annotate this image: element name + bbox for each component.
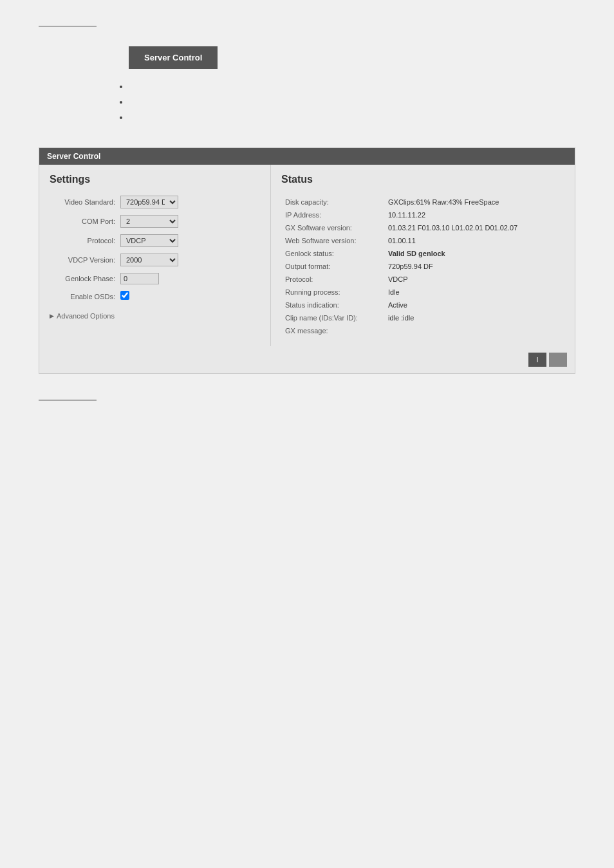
top-area: Server Control <box>0 0 614 141</box>
bullet-item-3 <box>129 113 575 122</box>
status-label-protocol: Protocol: <box>281 273 384 286</box>
status-value-status-indication: Active <box>384 299 564 311</box>
advanced-options-link[interactable]: Advanced Options <box>50 312 260 320</box>
status-value-genlock: Valid SD genlock <box>384 247 564 260</box>
status-row-web-software: Web Software version: 01.00.11 <box>281 234 564 247</box>
status-value-protocol: VDCP <box>384 273 564 286</box>
video-standard-control: 720p59.94 DF <box>120 196 260 208</box>
vdcp-version-control: 2000 <box>120 254 260 266</box>
status-title: Status <box>281 174 564 185</box>
com-port-select[interactable]: 2 <box>120 215 178 228</box>
protocol-row: Protocol: VDCP <box>50 234 260 247</box>
status-row-genlock: Genlock status: Valid SD genlock <box>281 247 564 260</box>
status-value-disk: GXClips:61% Raw:43% FreeSpace <box>384 196 564 208</box>
com-port-control: 2 <box>120 215 260 228</box>
status-label-web-software: Web Software version: <box>281 234 384 247</box>
genlock-phase-control <box>120 273 260 284</box>
vdcp-version-label: VDCP Version: <box>50 256 120 264</box>
status-column: Status Disk capacity: GXClips:61% Raw:43… <box>271 165 575 346</box>
status-value-output-format: 720p59.94 DF <box>384 260 564 273</box>
vdcp-version-select[interactable]: 2000 <box>120 254 178 266</box>
bottom-area <box>0 374 614 414</box>
enable-osds-control <box>120 291 260 302</box>
status-value-ip: 10.11.11.22 <box>384 208 564 221</box>
protocol-control: VDCP <box>120 234 260 247</box>
bullet-list <box>129 82 575 122</box>
video-standard-label: Video Standard: <box>50 198 120 206</box>
footer-button-2[interactable] <box>549 353 567 367</box>
server-control-button[interactable]: Server Control <box>129 46 218 69</box>
footer-button-1[interactable]: I <box>528 353 546 367</box>
status-row-protocol: Protocol: VDCP <box>281 273 564 286</box>
status-label-genlock: Genlock status: <box>281 247 384 260</box>
status-label-ip: IP Address: <box>281 208 384 221</box>
status-value-clip-name: idle :idle <box>384 311 564 324</box>
status-label-status-indication: Status indication: <box>281 299 384 311</box>
status-label-gx-software: GX Software version: <box>281 221 384 234</box>
top-underline <box>39 26 97 27</box>
page-wrapper: Server Control Server Control Settings V… <box>0 0 614 868</box>
settings-column: Settings Video Standard: 720p59.94 DF CO… <box>39 165 271 346</box>
status-label-clip-name: Clip name (IDs:Var ID): <box>281 311 384 324</box>
video-standard-row: Video Standard: 720p59.94 DF <box>50 196 260 208</box>
com-port-row: COM Port: 2 <box>50 215 260 228</box>
status-row-gx-message: GX message: <box>281 324 564 337</box>
status-row-disk: Disk capacity: GXClips:61% Raw:43% FreeS… <box>281 196 564 208</box>
status-value-web-software: 01.00.11 <box>384 234 564 247</box>
genlock-phase-row: Genlock Phase: <box>50 273 260 284</box>
enable-osds-label: Enable OSDs: <box>50 293 120 300</box>
status-label-running-process: Running process: <box>281 286 384 299</box>
status-label-output-format: Output format: <box>281 260 384 273</box>
status-label-gx-message: GX message: <box>281 324 384 337</box>
status-row-status-indication: Status indication: Active <box>281 299 564 311</box>
status-row-output-format: Output format: 720p59.94 DF <box>281 260 564 273</box>
video-standard-select[interactable]: 720p59.94 DF <box>120 196 178 208</box>
genlock-phase-input[interactable] <box>120 273 159 284</box>
server-control-btn-wrap: Server Control <box>129 46 575 69</box>
genlock-phase-label: Genlock Phase: <box>50 275 120 282</box>
status-row-clip-name: Clip name (IDs:Var ID): idle :idle <box>281 311 564 324</box>
main-panel: Server Control Settings Video Standard: … <box>39 147 575 374</box>
status-row-ip: IP Address: 10.11.11.22 <box>281 208 564 221</box>
status-row-running-process: Running process: Idle <box>281 286 564 299</box>
panel-header: Server Control <box>39 148 575 165</box>
status-table: Disk capacity: GXClips:61% Raw:43% FreeS… <box>281 196 564 337</box>
status-row-gx-software: GX Software version: 01.03.21 F01.03.10 … <box>281 221 564 234</box>
status-label-disk: Disk capacity: <box>281 196 384 208</box>
panel-footer: I <box>39 346 575 373</box>
status-value-gx-message <box>384 324 564 337</box>
vdcp-version-row: VDCP Version: 2000 <box>50 254 260 266</box>
com-port-label: COM Port: <box>50 217 120 225</box>
status-value-running-process: Idle <box>384 286 564 299</box>
enable-osds-row: Enable OSDs: <box>50 291 260 302</box>
panel-body: Settings Video Standard: 720p59.94 DF CO… <box>39 165 575 346</box>
enable-osds-checkbox[interactable] <box>120 291 129 300</box>
protocol-select[interactable]: VDCP <box>120 234 178 247</box>
bullet-item-1 <box>129 82 575 91</box>
settings-title: Settings <box>50 174 260 185</box>
bottom-underline <box>39 400 97 401</box>
status-value-gx-software: 01.03.21 F01.03.10 L01.02.01 D01.02.07 <box>384 221 564 234</box>
bullet-item-2 <box>129 97 575 106</box>
protocol-label: Protocol: <box>50 237 120 245</box>
